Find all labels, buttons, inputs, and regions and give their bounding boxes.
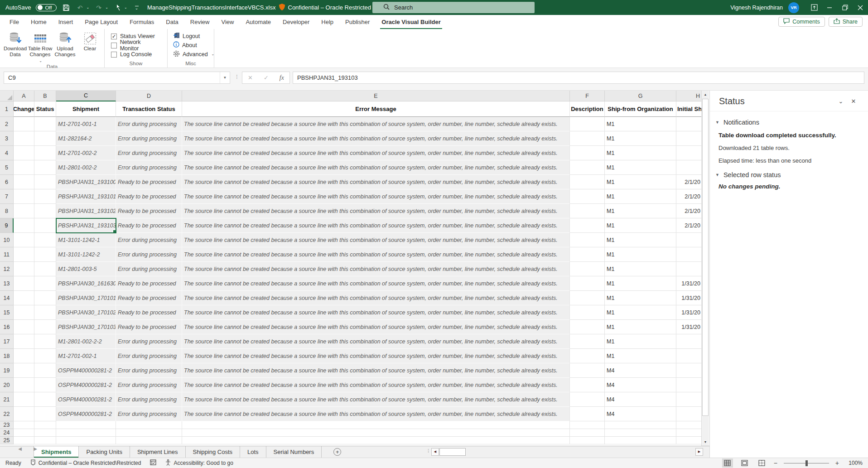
cell-ship-from-org-8[interactable]: M1 xyxy=(605,204,676,218)
cell-empty-25-7[interactable] xyxy=(676,437,701,444)
cell-description-17[interactable] xyxy=(570,334,605,349)
cell-transaction-status-22[interactable]: Error during processing xyxy=(116,407,182,421)
cell-empty-25-4[interactable] xyxy=(182,437,570,444)
cell-initial-ship-14[interactable]: 1/31/20 xyxy=(676,291,701,305)
cell-empty-24-4[interactable] xyxy=(182,429,570,437)
cell-B8[interactable] xyxy=(34,204,56,218)
cell-B18[interactable] xyxy=(34,349,56,363)
column-header-b[interactable]: B xyxy=(34,91,56,101)
cell-description-14[interactable] xyxy=(570,291,605,305)
row-header-12[interactable]: 12 xyxy=(0,262,14,276)
row-header-11[interactable]: 11 xyxy=(0,247,14,262)
cell-transaction-status-16[interactable]: Ready to be processed xyxy=(116,320,182,334)
cell-transaction-status-12[interactable]: Error during processing xyxy=(116,262,182,276)
cell-A5[interactable] xyxy=(14,160,34,175)
cell-A6[interactable] xyxy=(14,175,34,189)
cell-error-message-21[interactable]: The source line cannot be created becaus… xyxy=(182,392,570,407)
cell-shipment-16[interactable]: PBSHPJAN30_170103 xyxy=(56,320,116,334)
cell-transaction-status-21[interactable]: Error during processing xyxy=(116,392,182,407)
cell-B5[interactable] xyxy=(34,160,56,175)
cell-empty-25-3[interactable] xyxy=(116,437,182,444)
cell-shipment-15[interactable]: PBSHPJAN30_170102 xyxy=(56,305,116,320)
field-header-error-message[interactable]: Error Message xyxy=(182,101,570,117)
cell-empty-24-5[interactable] xyxy=(570,429,605,437)
cell-A16[interactable] xyxy=(14,320,34,334)
horizontal-scrollbar-thumb[interactable] xyxy=(439,448,466,456)
cell-shipment-10[interactable]: M1-3101-1242-1 xyxy=(56,233,116,247)
cell-initial-ship-7[interactable]: 2/1/20 xyxy=(676,189,701,204)
cell-ship-from-org-19[interactable]: M4 xyxy=(605,363,676,378)
zoom-slider[interactable] xyxy=(784,463,829,463)
cell-shipment-3[interactable]: M1-282164-2 xyxy=(56,131,116,146)
cell-A12[interactable] xyxy=(14,262,34,276)
cell-ship-from-org-9[interactable]: M1 xyxy=(605,218,676,233)
ribbon-tab-view[interactable]: View xyxy=(215,15,240,29)
table-row-changes-button[interactable]: Table Row Changes ⌄ xyxy=(28,29,53,64)
zoom-slider-thumb[interactable] xyxy=(805,460,808,466)
cell-A18[interactable] xyxy=(14,349,34,363)
cell-transaction-status-14[interactable]: Ready to be processed xyxy=(116,291,182,305)
cell-error-message-19[interactable]: The source line cannot be created becaus… xyxy=(182,363,570,378)
row-header-6[interactable]: 6 xyxy=(0,175,14,189)
row-header-21[interactable]: 21 xyxy=(0,392,14,407)
cell-B14[interactable] xyxy=(34,291,56,305)
cell-B2[interactable] xyxy=(34,117,56,131)
row-header-16[interactable]: 16 xyxy=(0,320,14,334)
ribbon-tab-developer[interactable]: Developer xyxy=(277,15,315,29)
cancel-entry-icon[interactable]: ✕ xyxy=(248,74,253,81)
cell-transaction-status-6[interactable]: Ready to be processed xyxy=(116,175,182,189)
close-button[interactable] xyxy=(853,0,868,15)
cell-description-21[interactable] xyxy=(570,392,605,407)
column-header-f[interactable]: F xyxy=(570,91,605,101)
cell-transaction-status-4[interactable]: Error during processing xyxy=(116,146,182,160)
cell-initial-ship-13[interactable]: 1/31/20 xyxy=(676,276,701,291)
cell-empty-24-6[interactable] xyxy=(605,429,676,437)
cell-initial-ship-20[interactable] xyxy=(676,378,701,392)
cell-empty-23-7[interactable] xyxy=(676,421,701,429)
cell-B9[interactable] xyxy=(34,218,56,233)
cell-shipment-11[interactable]: M1-3101-1242-2 xyxy=(56,247,116,262)
column-header-g[interactable]: G xyxy=(605,91,676,101)
cell-error-message-9[interactable]: The source line cannot be created becaus… xyxy=(182,218,570,233)
cell-description-18[interactable] xyxy=(570,349,605,363)
cell-description-20[interactable] xyxy=(570,378,605,392)
cell-error-message-10[interactable]: The source line cannot be created becaus… xyxy=(182,233,570,247)
sensitivity-label-button[interactable]: Confidential – Oracle Restricted xyxy=(288,4,371,11)
cell-description-13[interactable] xyxy=(570,276,605,291)
ribbon-tab-formulas[interactable]: Formulas xyxy=(124,15,160,29)
field-header-description[interactable]: Description xyxy=(570,101,605,117)
row-header-17[interactable]: 17 xyxy=(0,334,14,349)
comments-button[interactable]: Comments xyxy=(778,17,825,27)
cell-initial-ship-16[interactable]: 1/31/20 xyxy=(676,320,701,334)
cell-initial-ship-8[interactable]: 2/1/20 xyxy=(676,204,701,218)
field-header-ship-from-organization[interactable]: Ship-from Organization xyxy=(605,101,676,117)
cell-transaction-status-11[interactable]: Error during processing xyxy=(116,247,182,262)
ribbon-tab-page-layout[interactable]: Page Layout xyxy=(79,15,124,29)
cell-empty-24-7[interactable] xyxy=(676,429,701,437)
redo-dropdown-icon[interactable]: ⌄ xyxy=(105,5,108,10)
cell-error-message-14[interactable]: The source line cannot be created becaus… xyxy=(182,291,570,305)
cell-empty-24-0[interactable] xyxy=(14,429,34,437)
cell-empty-24-3[interactable] xyxy=(116,429,182,437)
cell-empty-25-5[interactable] xyxy=(570,437,605,444)
vertical-scrollbar[interactable]: ▲ ▼ xyxy=(701,91,709,446)
cell-description-9[interactable] xyxy=(570,218,605,233)
cell-transaction-status-2[interactable]: Error during processing xyxy=(116,117,182,131)
cell-error-message-6[interactable]: The source line cannot be created becaus… xyxy=(182,175,570,189)
ribbon-tab-data[interactable]: Data xyxy=(160,15,184,29)
cell-initial-ship-5[interactable] xyxy=(676,160,701,175)
ribbon-tab-review[interactable]: Review xyxy=(184,15,216,29)
cell-transaction-status-20[interactable]: Error during processing xyxy=(116,378,182,392)
share-button[interactable]: Share xyxy=(829,17,863,27)
sheet-tab-packing-units[interactable]: Packing Units xyxy=(79,446,130,458)
cell-A2[interactable] xyxy=(14,117,34,131)
cell-initial-ship-17[interactable] xyxy=(676,334,701,349)
cell-empty-24-2[interactable] xyxy=(56,429,116,437)
cell-description-5[interactable] xyxy=(570,160,605,175)
cell-transaction-status-17[interactable]: Error during processing xyxy=(116,334,182,349)
cell-A8[interactable] xyxy=(14,204,34,218)
cell-ship-from-org-3[interactable]: M1 xyxy=(605,131,676,146)
about-button[interactable]: About xyxy=(173,42,214,48)
cell-transaction-status-8[interactable]: Ready to be processed xyxy=(116,204,182,218)
cell-ship-from-org-14[interactable]: M1 xyxy=(605,291,676,305)
